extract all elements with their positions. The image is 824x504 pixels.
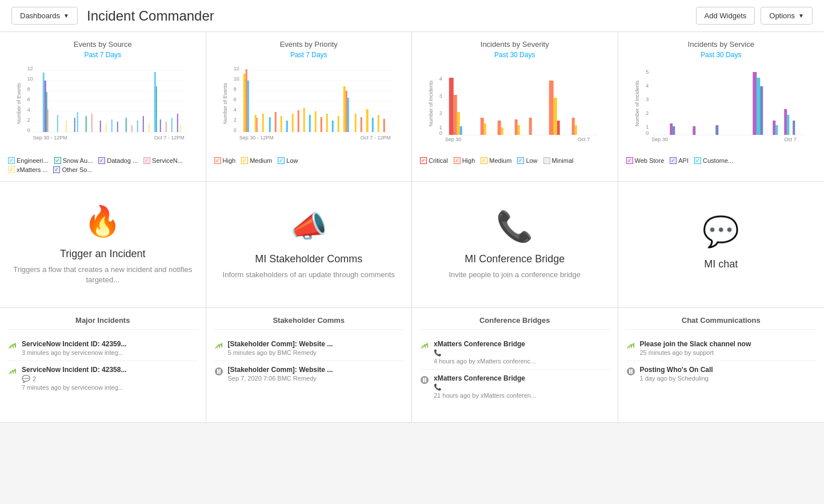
badge-count: 2 [33, 375, 36, 382]
svg-text:0: 0 [646, 130, 649, 136]
svg-rect-123 [693, 126, 695, 135]
signal-icon [214, 341, 223, 353]
svg-rect-128 [773, 121, 775, 135]
svg-rect-107 [554, 98, 557, 135]
incidents-by-severity-legend: ✓ Critical ✓ High ✓ Medium ✓ Low Min [420, 157, 610, 164]
feeds-row: Major Incidents ServiceNow Incident ID: … [0, 308, 824, 423]
svg-text:Sep 30: Sep 30 [445, 137, 462, 142]
svg-rect-40 [180, 125, 181, 132]
legend-label: Medium [250, 157, 272, 164]
feed-item-meta: Sep 7, 2020 7:06 BMC Remedy [228, 375, 404, 382]
legend-check-icon: ✓ [517, 157, 524, 164]
feed-item: [Stakeholder Comm]: Website ... 5 minute… [214, 335, 404, 361]
comment-badge-icon: 💬 [22, 375, 30, 383]
mi-chat-title: MI chat [704, 258, 738, 270]
svg-text:Oct 7 - 12PM: Oct 7 - 12PM [154, 135, 185, 141]
legend-label: Other So... [62, 166, 92, 173]
feed-item-title: Please join the Slack channel now [640, 340, 817, 348]
legend-item: ✓ High [214, 157, 236, 164]
feed-item: xMatters Conference Bridge 📞 21 hours ag… [420, 370, 610, 403]
feed-item-sub: 📞 [434, 349, 610, 357]
svg-rect-60 [247, 81, 249, 132]
feed-item: Posting Who's On Call 1 day ago by Sched… [626, 361, 817, 386]
svg-rect-100 [484, 123, 486, 135]
incidents-by-service-widget: Incidents by Service Past 30 Days 5 4 3 … [618, 32, 825, 181]
events-by-priority-subtitle: Past 7 Days [214, 51, 404, 59]
feed-content: ServiceNow Incident ID: 42358... 💬 2 7 m… [22, 366, 198, 391]
feed-item-title: [Stakeholder Comm]: Website ... [228, 366, 404, 374]
dashboards-button[interactable]: Dashboards ▼ [11, 7, 78, 25]
svg-text:Number of Incidents: Number of Incidents [428, 80, 434, 126]
legend-check-icon: ✓ [694, 157, 701, 164]
legend-item: ✓ ServiceN... [143, 157, 183, 164]
svg-rect-73 [320, 117, 322, 132]
stakeholder-comms-widget[interactable]: 📣 MI Stakeholder Comms Inform stakeholde… [206, 182, 413, 307]
svg-rect-130 [784, 109, 787, 135]
legend-item: ✓ Engineeri... [8, 157, 49, 164]
feed-content: ServiceNow Incident ID: 42359... 3 minut… [22, 340, 198, 356]
feed-item-title: xMatters Conference Bridge [434, 374, 610, 382]
svg-text:Sep 30: Sep 30 [651, 137, 668, 142]
legend-check-icon: ✓ [8, 166, 15, 173]
phone-icon: 📞 [496, 209, 533, 244]
svg-text:Sep 30 - 12PM: Sep 30 - 12PM [239, 135, 273, 141]
options-button[interactable]: Options ▼ [761, 7, 813, 25]
svg-rect-140 [425, 378, 427, 382]
signal-icon [8, 367, 17, 379]
svg-text:3: 3 [646, 97, 649, 102]
svg-text:0: 0 [27, 127, 30, 133]
feed-item: [Stakeholder Comm]: Website ... Sep 7, 2… [214, 361, 404, 386]
legend-item: ✓ Critical [420, 157, 448, 164]
chevron-down-icon: ▼ [63, 13, 69, 19]
svg-text:4: 4 [646, 83, 649, 89]
incidents-by-service-subtitle: Past 30 Days [626, 51, 817, 59]
svg-rect-75 [331, 121, 333, 132]
megaphone-icon: 📣 [290, 209, 327, 244]
add-widgets-button[interactable]: Add Widgets [696, 7, 755, 25]
svg-rect-83 [371, 118, 373, 132]
conference-bridge-desc: Invite people to join a conference bridg… [449, 270, 581, 280]
svg-rect-79 [347, 98, 349, 132]
conference-bridge-title: MI Conference Bridge [465, 253, 565, 265]
conference-bridge-widget[interactable]: 📞 MI Conference Bridge Invite people to … [412, 182, 618, 307]
actions-row: 🔥 Trigger an Incident Triggers a flow th… [0, 182, 824, 308]
feed-item-meta: 1 day ago by Scheduling [640, 375, 817, 382]
svg-text:1: 1 [646, 124, 649, 130]
svg-point-135 [215, 367, 223, 375]
svg-rect-124 [715, 125, 718, 135]
svg-rect-31 [137, 121, 138, 132]
svg-rect-58 [243, 74, 245, 132]
svg-rect-101 [498, 121, 501, 135]
svg-rect-36 [160, 119, 161, 132]
svg-rect-99 [481, 118, 484, 135]
legend-check-icon: ✓ [8, 157, 15, 164]
feed-item: ServiceNow Incident ID: 42359... 3 minut… [8, 335, 198, 361]
legend-item: ✓ Low [278, 157, 298, 164]
svg-rect-37 [166, 122, 167, 132]
svg-rect-18 [47, 109, 49, 132]
svg-rect-67 [286, 121, 287, 132]
trigger-incident-widget[interactable]: 🔥 Trigger an Incident Triggers a flow th… [0, 182, 206, 307]
events-by-priority-title: Events by Priority [214, 40, 404, 49]
svg-rect-20 [66, 121, 67, 132]
svg-rect-95 [449, 78, 454, 135]
options-label: Options [769, 11, 795, 20]
stakeholder-comms-title: MI Stakeholder Comms [255, 253, 362, 265]
svg-rect-63 [262, 114, 263, 132]
svg-rect-17 [46, 92, 47, 132]
svg-rect-103 [515, 119, 518, 135]
legend-label: Web Store [635, 157, 665, 164]
signal-icon [626, 341, 635, 353]
svg-text:6: 6 [233, 97, 236, 102]
svg-rect-34 [154, 72, 156, 132]
feed-item-meta: 5 minutes ago by BMC Remedy [228, 349, 404, 356]
svg-rect-24 [91, 114, 93, 132]
legend-item: ✓ Datadog ... [98, 157, 138, 164]
events-by-source-subtitle: Past 7 Days [8, 51, 198, 59]
svg-text:0: 0 [439, 130, 442, 136]
svg-text:4: 4 [27, 107, 30, 113]
svg-rect-70 [303, 108, 305, 132]
feed-item-title: xMatters Conference Bridge [434, 340, 610, 348]
mi-chat-widget[interactable]: 💬 MI chat [618, 182, 825, 307]
svg-rect-59 [245, 69, 247, 132]
